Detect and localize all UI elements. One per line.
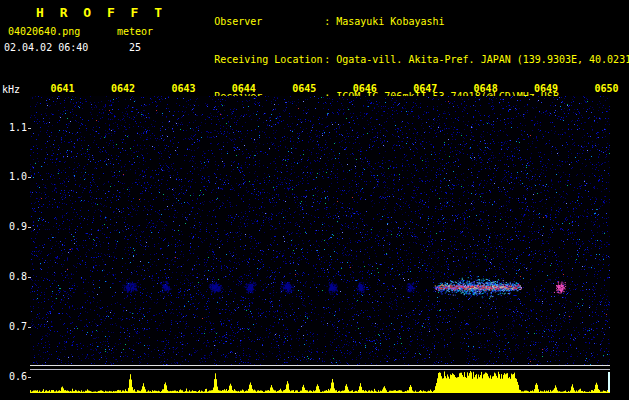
x-tick-label: 0650 (594, 83, 618, 94)
y-tick-label: 0.7 (0, 321, 27, 332)
x-tick-label: 0646 (353, 83, 377, 94)
info-label: Observer (214, 16, 324, 28)
time-axis: 0641064206430644064506460647064806490650 (0, 83, 629, 95)
info-row-location: Receiving Location: Ogata-vill. Akita-Pr… (178, 41, 629, 78)
info-value: : Masayuki Kobayashi (324, 16, 444, 27)
x-tick-label: 0642 (111, 83, 135, 94)
y-tick-mark (28, 277, 31, 278)
y-tick-mark (28, 327, 31, 328)
x-tick-label: 0643 (171, 83, 195, 94)
y-tick-label: 0.8 (0, 271, 27, 282)
y-tick-mark (28, 177, 31, 178)
meteor-count: 25 (129, 42, 141, 53)
frequency-axis: 1.11.00.90.80.70.6 (0, 0, 27, 400)
mode-label: meteor (117, 26, 153, 37)
app-title: H R O F F T (36, 5, 166, 20)
x-tick-label: 0644 (232, 83, 256, 94)
y-tick-label: 1.1 (0, 122, 27, 133)
hrofft-screen: H R O F F T 04020640.png meteor 02.04.02… (0, 0, 629, 400)
y-tick-mark (28, 227, 31, 228)
y-tick-label: 0.9 (0, 221, 27, 232)
spectrogram-canvas (30, 96, 610, 365)
info-row-observer: Observer: Masayuki Kobayashi (178, 4, 629, 41)
info-value: : Ogata-vill. Akita-Pref. JAPAN (139.930… (324, 54, 629, 65)
separator-line-upper (30, 365, 610, 366)
y-tick-mark (28, 377, 31, 378)
info-label: Receiving Location (214, 54, 324, 66)
x-tick-label: 0641 (51, 83, 75, 94)
x-tick-label: 0649 (534, 83, 558, 94)
x-tick-label: 0648 (474, 83, 498, 94)
y-tick-label: 0.6 (0, 371, 27, 382)
y-tick-label: 1.0 (0, 171, 27, 182)
x-tick-label: 0647 (413, 83, 437, 94)
power-plot-canvas (30, 370, 610, 393)
x-tick-label: 0645 (292, 83, 316, 94)
y-tick-mark (28, 128, 31, 129)
